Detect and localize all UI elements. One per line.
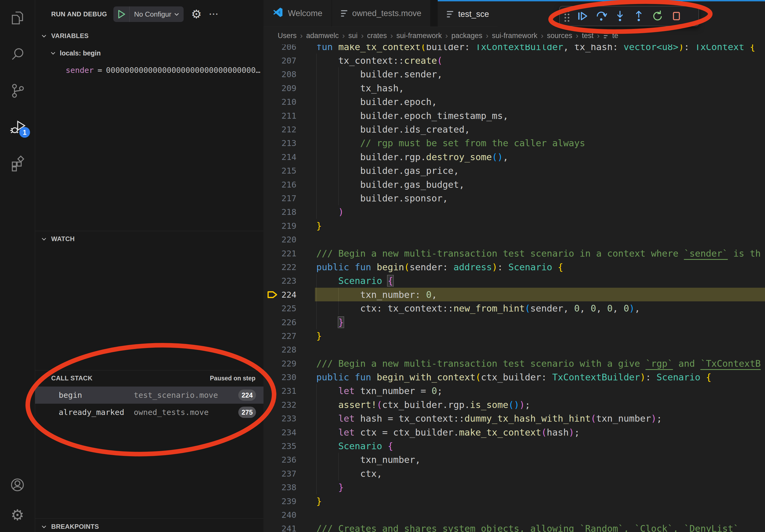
code-line-231[interactable]: 231 let txn_number = 0; [264,384,765,398]
call-stack-section-header[interactable]: CALL STACK Paused on step [35,371,264,385]
code-line-219[interactable]: 219} [264,219,765,232]
breakpoints-section-header[interactable]: BREAKPOINTS [35,520,264,532]
code-line-232[interactable]: 232 assert!(ctx_builder.rgp.is_some()); [264,398,765,411]
code-line-229[interactable]: 229/// Begin a new multi-transaction tes… [264,357,765,370]
line-number[interactable]: 233 [264,413,297,423]
line-number[interactable]: 239 [264,496,297,506]
activity-run-and-debug[interactable]: 1 [0,112,35,143]
breadcrumb-item[interactable]: crates [367,32,387,40]
breadcrumb-item[interactable]: sources [547,32,572,40]
line-number[interactable]: 237 [264,469,297,478]
line-number[interactable]: 207 [264,56,297,65]
stack-frame-begin[interactable]: begintest_scenario.move224 [35,387,264,404]
line-number[interactable]: 241 [264,524,297,532]
debug-configuration-dropdown[interactable]: No Configur [113,6,184,22]
line-number[interactable]: 229 [264,359,297,368]
code-line-228[interactable]: 228 [264,343,765,357]
activity-account[interactable] [0,469,35,501]
code-line-210[interactable]: 210 builder.epoch, [264,95,765,109]
watch-section-header[interactable]: WATCH [35,232,264,246]
code-line-207[interactable]: 207 tx_context::create( [264,54,765,67]
code-line-222[interactable]: 222public fun begin(sender: address): Sc… [264,260,765,274]
line-number[interactable]: 215 [264,166,297,175]
code-line-233[interactable]: 233 let hash = tx_context::dummy_tx_hash… [264,412,765,425]
code-line-213[interactable]: 213 // rgp must be set from the caller a… [264,136,765,150]
line-number[interactable]: 221 [264,249,297,258]
code-line-208[interactable]: 208 builder.sender, [264,68,765,81]
code-line-212[interactable]: 212 builder.ids_created, [264,123,765,136]
variable-row-sender[interactable]: sender = 0000000000000000000000000000000… [35,63,264,77]
activity-explorer[interactable] [0,2,35,34]
line-number[interactable]: 220 [264,235,297,244]
code-line-241[interactable]: 241/// Creates and shares system objects… [264,522,765,532]
line-number[interactable]: 210 [264,97,297,107]
code-line-211[interactable]: 211 builder.epoch_timestamp_ms, [264,109,765,123]
code-line-240[interactable]: 240 [264,508,765,522]
restart-button[interactable] [648,8,667,24]
code-line-216[interactable]: 216 builder.gas_budget, [264,177,765,191]
code-line-237[interactable]: 237 ctx, [264,467,765,480]
line-number[interactable]: 231 [264,386,297,396]
code-line-235[interactable]: 235 Scenario { [264,439,765,453]
line-number[interactable]: 232 [264,400,297,409]
line-number[interactable]: 225 [264,304,297,313]
line-number[interactable]: 209 [264,83,297,93]
line-number[interactable]: 223 [264,276,297,286]
breadcrumb-item[interactable]: adamwelc [306,32,339,40]
code-line-230[interactable]: 230public fun begin_with_context(ctx_bui… [264,370,765,384]
code-line-221[interactable]: 221/// Begin a new multi-transaction tes… [264,246,765,260]
code-line-218[interactable]: 218 ) [264,205,765,219]
line-number[interactable]: 230 [264,372,297,382]
breadcrumb-item[interactable]: test [582,32,594,40]
code-line-227[interactable]: 227} [264,329,765,343]
code-line-217[interactable]: 217 builder.sponsor, [264,191,765,205]
start-debugging-icon[interactable] [113,10,130,19]
code-line-214[interactable]: 214 builder.rgp.destroy_some(), [264,150,765,164]
line-number[interactable]: 218 [264,207,297,217]
line-number[interactable]: 208 [264,69,297,79]
code-line-234[interactable]: 234 let ctx = ctx_builder.make_tx_contex… [264,425,765,439]
breadcrumb-item[interactable]: sui-framework [492,32,537,40]
stack-frame-already_marked[interactable]: already_markedowned_tests.move275 [35,404,264,421]
line-number[interactable]: 235 [264,441,297,451]
line-number[interactable]: 212 [264,125,297,134]
line-number[interactable]: 238 [264,482,297,492]
code-line-238[interactable]: 238 } [264,481,765,494]
code-line-236[interactable]: 236 txn_number, [264,453,765,467]
stop-button[interactable] [667,8,686,24]
activity-search[interactable] [0,39,35,71]
variables-scope-row[interactable]: locals: begin [35,46,264,60]
line-number[interactable]: 214 [264,152,297,162]
continue-button[interactable] [573,8,592,24]
step-into-button[interactable] [611,8,629,24]
tab-welcome[interactable]: Welcome [264,0,332,27]
code-line-223[interactable]: 223 Scenario { [264,274,765,288]
step-over-button[interactable] [592,8,611,24]
code-line-209[interactable]: 209 tx_hash, [264,81,765,95]
line-number[interactable]: 219 [264,221,297,231]
tab-owned-tests-move[interactable]: owned_tests.move [332,0,431,27]
line-number[interactable]: 217 [264,193,297,203]
line-number[interactable]: 236 [264,455,297,464]
variables-section-header[interactable]: VARIABLES [35,29,264,43]
line-number[interactable]: 226 [264,317,297,327]
code-editor[interactable]: 206fun make_tx_context(builder: TxContex… [264,40,765,532]
line-number[interactable]: 234 [264,427,297,437]
line-number[interactable]: 213 [264,138,297,148]
breadcrumb-item[interactable]: packages [451,32,482,40]
code-line-239[interactable]: 239} [264,494,765,508]
line-number[interactable]: 222 [264,262,297,272]
line-number[interactable]: 216 [264,180,297,189]
line-number[interactable]: 227 [264,331,297,341]
step-out-button[interactable] [629,8,648,24]
breadcrumb-file[interactable]: te [603,32,618,40]
code-line-224[interactable]: 224 txn_number: 0, [264,288,765,301]
breadcrumb-item[interactable]: sui [348,32,358,40]
debug-settings-gear-icon[interactable]: ⚙ [191,8,202,20]
line-number[interactable]: 240 [264,510,297,520]
activity-settings[interactable]: ⚙ [0,501,35,528]
code-line-215[interactable]: 215 builder.gas_price, [264,164,765,177]
line-number[interactable]: 211 [264,111,297,121]
more-actions-icon[interactable]: ··· [209,10,219,18]
code-line-225[interactable]: 225 ctx: tx_context::new_from_hint(sende… [264,301,765,315]
